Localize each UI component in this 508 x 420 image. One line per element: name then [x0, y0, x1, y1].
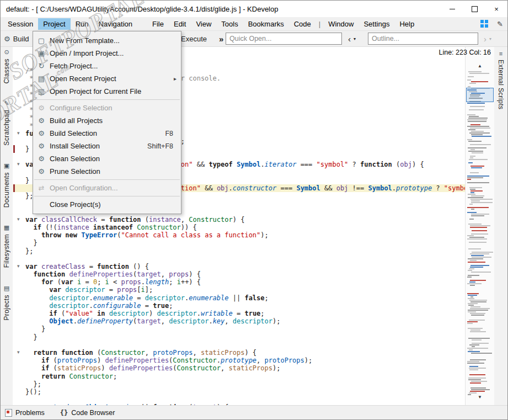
sidebar-tab-projects[interactable]: ▤Projects — [3, 285, 10, 321]
sidebar-tab-filesystem[interactable]: ▦Filesystem — [3, 224, 10, 268]
menu-item-configure-selection: ⚙Configure Selection — [33, 102, 181, 114]
code-line[interactable]: if ("value" in descriptor) descriptor.wr… — [13, 310, 465, 317]
fold-margin — [13, 380, 25, 388]
menu-bookmarks[interactable]: Bookmarks — [243, 18, 289, 30]
menu-project[interactable]: Project — [38, 18, 70, 30]
gear-icon: ⚙ — [33, 116, 50, 125]
code-line[interactable]: if (!(instance instanceof Constructor)) … — [13, 224, 465, 231]
maximize-button[interactable] — [463, 1, 485, 17]
menu-navigation[interactable]: Navigation — [94, 18, 137, 30]
code-line[interactable]: var descriptor = props[i]; — [13, 286, 465, 294]
code-line[interactable] — [13, 341, 465, 349]
menu-run[interactable]: Run — [71, 18, 94, 30]
grid-icon[interactable] — [480, 20, 488, 28]
code-line[interactable]: } — [13, 333, 465, 341]
menu-item-install-selection[interactable]: ⚙Install SelectionShift+F8 — [33, 140, 181, 152]
fold-arrow-icon[interactable]: ▾ — [17, 263, 20, 270]
right-dock-bar: ≡External Scripts — [494, 47, 507, 405]
code-line[interactable]: if (protoProps) defineProperties(Constru… — [13, 357, 465, 364]
code-line[interactable]: throw new TypeError("Cannot call a class… — [13, 231, 465, 239]
navigate-back-button[interactable]: ‹ ▾ — [348, 31, 356, 46]
gear-icon: ⚙ — [33, 104, 50, 112]
menu-item-label: Install Selection — [50, 142, 147, 150]
back-arrow-icon: ‹ — [348, 34, 351, 44]
menu-settings[interactable]: Settings — [359, 18, 394, 30]
menu-item-open-import-project[interactable]: ▣Open / Import Project... — [33, 47, 181, 60]
minimap-viewport[interactable] — [466, 88, 494, 102]
quick-open-input[interactable] — [226, 33, 342, 45]
menu-view[interactable]: View — [191, 18, 216, 30]
back-dropdown-icon: ▾ — [354, 36, 356, 41]
kdevelop-window: default: - [ C:/Users/WDAGUtilityAccount… — [0, 0, 508, 420]
fold-margin[interactable]: ▾ — [13, 349, 25, 357]
toolbar-overflow-button[interactable]: » — [219, 31, 223, 46]
fold-margin[interactable]: ▾ — [13, 161, 25, 168]
code-line[interactable]: function defineProperties(target, props)… — [13, 270, 465, 278]
menu-window[interactable]: Window — [323, 18, 359, 30]
fetch-icon: ↻ — [33, 62, 50, 70]
outline-input[interactable] — [368, 33, 478, 45]
code-line[interactable]: } — [13, 239, 465, 247]
menu-file[interactable]: File — [147, 18, 169, 30]
code-line[interactable]: if (staticProps) defineProperties(Constr… — [13, 364, 465, 372]
close-button[interactable]: × — [485, 1, 507, 17]
sidebar-tab-external-scripts[interactable]: ≡External Scripts — [497, 50, 505, 109]
fold-arrow-icon[interactable]: ▾ — [17, 216, 20, 223]
fold-arrow-icon[interactable]: ▾ — [17, 349, 20, 356]
code-line[interactable]: }; — [13, 380, 465, 388]
menu-item-build-all-projects[interactable]: ⚙Build all Projects — [33, 114, 181, 127]
code-line[interactable]: descriptor.configurable = true; — [13, 302, 465, 310]
fold-margin — [13, 91, 25, 98]
fold-margin[interactable]: ▾ — [13, 130, 25, 137]
menu-edit[interactable]: Edit — [169, 18, 191, 30]
menu-session[interactable]: Session — [3, 18, 38, 30]
menu-item-open-project-for-current-file[interactable]: ▥Open Project for Current File — [33, 85, 181, 98]
menu-tools[interactable]: Tools — [216, 18, 243, 30]
code-line[interactable]: }(); — [13, 388, 465, 396]
fold-margin — [13, 357, 25, 364]
menu-item-fetch-project[interactable]: ↻Fetch Project... — [33, 60, 181, 72]
menu-item-prune-selection[interactable]: ⚙Prune Selection — [33, 165, 181, 178]
fold-arrow-icon[interactable]: ▾ — [17, 161, 20, 168]
left-dock-bar: ⊙Classes✎Scratchpad▣Documents▦Filesystem… — [1, 47, 13, 405]
navigate-forward-button[interactable]: › ▾ — [484, 31, 491, 46]
fold-arrow-icon[interactable]: ▾ — [17, 130, 20, 137]
fold-margin — [13, 286, 25, 294]
menu-code[interactable]: Code — [289, 18, 316, 30]
forward-dropdown-icon: ▾ — [489, 36, 491, 41]
sidebar-tab-scratchpad[interactable]: ✎Scratchpad — [3, 100, 10, 146]
scroll-down-icon[interactable]: ▼ — [466, 395, 494, 400]
code-line[interactable]: Object.defineProperty(target, descriptor… — [13, 317, 465, 325]
menu-item-new-from-template[interactable]: ▢New From Template... — [33, 34, 181, 47]
code-line[interactable]: ▾ return function (Constructor, protoPro… — [13, 349, 465, 357]
code-line[interactable]: } — [13, 325, 465, 333]
build-button[interactable]: ⚙ Build — [4, 31, 29, 46]
menu-item-clean-selection[interactable]: ⚙Clean Selection — [33, 152, 181, 165]
fold-margin[interactable]: ▾ — [13, 216, 25, 224]
code-line[interactable]: return Constructor; — [13, 373, 465, 380]
code-line[interactable]: for (var i = 0; i < props.length; i++) { — [13, 278, 465, 286]
scroll-up-icon[interactable]: ▲ — [466, 63, 494, 68]
statusbar-problems[interactable]: Problems — [5, 409, 45, 417]
fold-margin[interactable]: ▾ — [13, 263, 25, 270]
minimize-button[interactable] — [441, 1, 463, 17]
menu-item-label: Clean Selection — [50, 155, 181, 163]
code-line[interactable]: ▾var classCallCheck = function (instance… — [13, 216, 465, 224]
code-line[interactable] — [13, 255, 465, 263]
code-line[interactable]: }; — [13, 247, 465, 255]
menu-item-close-project-s[interactable]: Close Project(s) — [33, 198, 181, 211]
menu-item-build-selection[interactable]: ⚙Build SelectionF8 — [33, 127, 181, 140]
code-line[interactable]: ▾var createClass = function () { — [13, 263, 465, 270]
statusbar-code-browser[interactable]: {}Code Browser — [60, 409, 115, 417]
sidebar-tab-documents[interactable]: ▣Documents — [3, 162, 10, 208]
menu-help[interactable]: Help — [394, 18, 419, 30]
sidebar-tab-classes[interactable]: ⊙Classes — [3, 49, 10, 83]
menu-item-open-recent-project[interactable]: ▤Open Recent Project▸ — [33, 72, 181, 85]
code-line[interactable] — [13, 396, 465, 403]
minimap-scrollbar[interactable]: ▲ ▼ — [465, 47, 494, 405]
menu-item-open-configuration: ⇄Open Configuration... — [33, 182, 181, 194]
menu-shortcut: Shift+F8 — [147, 142, 173, 150]
pen-icon[interactable]: ✎ — [497, 20, 503, 28]
project-menu-popup: ▢New From Template...▣Open / Import Proj… — [33, 31, 181, 214]
code-line[interactable]: descriptor.enumerable = descriptor.enume… — [13, 294, 465, 302]
